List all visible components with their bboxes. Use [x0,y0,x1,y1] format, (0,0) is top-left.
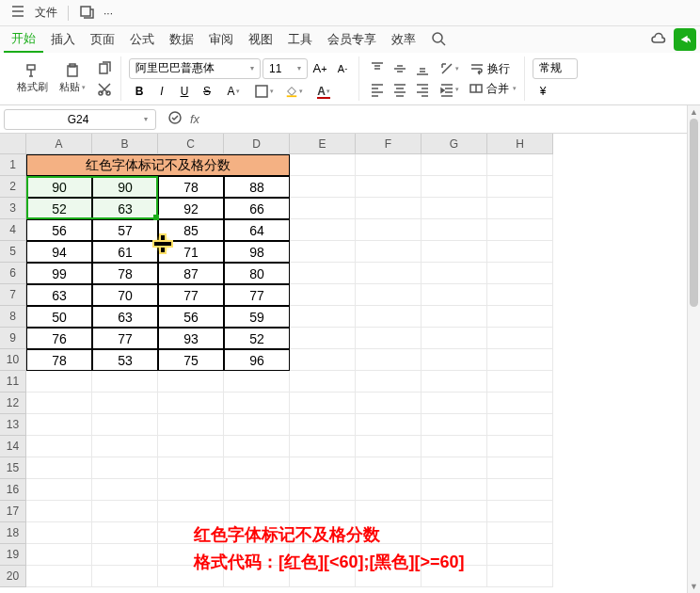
cell[interactable] [92,393,158,414]
cell[interactable] [487,284,553,306]
align-right-icon[interactable] [412,81,433,98]
strike-icon[interactable]: S [197,83,217,100]
data-cell[interactable]: 57 [92,219,158,241]
cell[interactable] [487,263,553,284]
scroll-down-icon[interactable]: ▼ [688,580,700,593]
cell[interactable] [487,479,553,501]
cell[interactable] [92,371,158,393]
cell[interactable] [422,371,487,393]
data-cell[interactable]: 66 [224,198,290,219]
cell[interactable] [422,241,487,263]
paste-button[interactable]: 粘贴▾ [54,63,91,94]
formula-input[interactable] [207,110,692,129]
underline-icon[interactable]: U [174,83,195,100]
cell[interactable] [356,371,422,393]
format-painter-button[interactable]: 格式刷 [13,63,51,94]
select-all-corner[interactable] [0,134,26,154]
cell[interactable] [487,566,553,587]
row-header-1[interactable]: 1 [0,154,26,176]
cell[interactable] [487,501,553,522]
row-header-11[interactable]: 11 [0,371,26,393]
data-cell[interactable]: 78 [92,263,158,284]
cell[interactable] [487,198,553,219]
data-cell[interactable]: 75 [158,349,224,371]
cell[interactable] [422,328,487,349]
col-header-E[interactable]: E [290,134,356,154]
border-icon[interactable]: ▾ [249,83,278,100]
cell[interactable] [422,393,487,414]
cell[interactable] [356,501,422,522]
cell[interactable] [158,414,224,436]
cell[interactable] [158,436,224,457]
data-cell[interactable]: 76 [26,328,92,349]
tab-tools[interactable]: 工具 [280,27,320,52]
cell[interactable] [356,457,422,479]
col-header-H[interactable]: H [487,134,553,154]
vertical-scrollbar[interactable]: ▲ ▼ [687,105,700,593]
fx-label[interactable]: fx [190,112,199,126]
data-cell[interactable]: 92 [158,198,224,219]
cell[interactable] [356,176,422,198]
cell[interactable] [92,566,158,587]
cell[interactable] [290,241,356,263]
cell[interactable] [158,501,224,522]
cell[interactable] [92,414,158,436]
cell[interactable] [356,328,422,349]
cell[interactable] [487,349,553,371]
cell[interactable] [422,501,487,522]
cell[interactable] [92,436,158,457]
data-cell[interactable]: 56 [158,306,224,328]
row-header-3[interactable]: 3 [0,198,26,219]
cell[interactable] [356,154,422,176]
cell[interactable] [26,457,92,479]
cell[interactable] [487,241,553,263]
cell[interactable] [26,436,92,457]
indent-icon[interactable]: ▾ [435,81,463,98]
tab-review[interactable]: 审阅 [201,27,241,52]
data-cell[interactable]: 96 [224,349,290,371]
col-header-B[interactable]: B [92,134,158,154]
cell[interactable] [422,154,487,176]
col-header-G[interactable]: G [422,134,487,154]
number-format-select[interactable]: 常规 [533,58,578,79]
align-middle-icon[interactable] [390,60,410,77]
cell[interactable] [290,306,356,328]
align-center-icon[interactable] [390,81,410,98]
cell[interactable] [92,457,158,479]
cell[interactable] [26,479,92,501]
cell[interactable] [290,393,356,414]
data-cell[interactable]: 64 [224,219,290,241]
cell[interactable] [290,176,356,198]
more-icon[interactable]: ··· [99,5,118,22]
cell[interactable] [224,371,290,393]
data-cell[interactable]: 50 [26,306,92,328]
row-header-9[interactable]: 9 [0,328,26,349]
data-cell[interactable]: 98 [224,241,290,263]
cell[interactable] [422,479,487,501]
orientation-icon[interactable]: ▾ [435,60,463,77]
row-header-4[interactable]: 4 [0,219,26,241]
cell[interactable] [356,436,422,457]
cell[interactable] [422,414,487,436]
search-icon[interactable] [431,31,446,49]
decrease-font-icon[interactable]: A- [332,60,353,77]
cell[interactable] [92,479,158,501]
menu-icon[interactable] [6,2,30,24]
cell[interactable] [422,457,487,479]
tab-insert[interactable]: 插入 [43,27,83,52]
bold-icon[interactable]: B [129,83,150,100]
table-title-cell[interactable]: 红色字体标记不及格分数 [26,154,290,176]
cell[interactable] [487,371,553,393]
cell[interactable] [356,414,422,436]
cell[interactable] [487,328,553,349]
row-header-6[interactable]: 6 [0,263,26,284]
tab-start[interactable]: 开始 [4,26,43,53]
row-header-10[interactable]: 10 [0,349,26,371]
cell[interactable] [422,349,487,371]
cell[interactable] [356,241,422,263]
cell[interactable] [422,263,487,284]
cut-icon[interactable] [94,81,115,98]
data-cell[interactable]: 90 [26,176,92,198]
row-header-16[interactable]: 16 [0,479,26,501]
cell[interactable] [356,219,422,241]
